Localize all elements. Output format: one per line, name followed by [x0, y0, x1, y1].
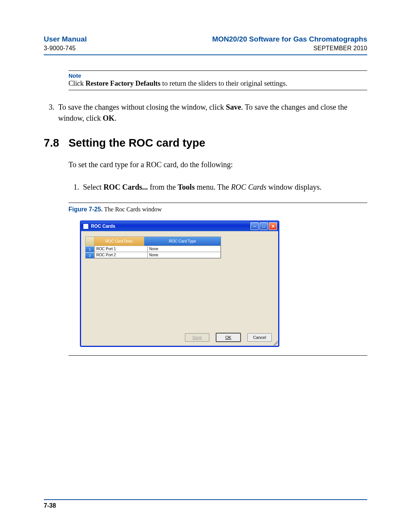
ok-button[interactable]: OK — [216, 333, 241, 342]
window-title: ROC Cards — [91, 224, 250, 229]
row-number: 2 — [86, 252, 94, 258]
header-rule — [44, 54, 367, 55]
header-right-sub: SEPTEMBER 2010 — [212, 44, 367, 53]
figure-label: Figure 7-25. — [68, 206, 103, 212]
section-title: Setting the ROC card type — [68, 137, 205, 149]
table-row[interactable]: 1 ROC Port 1 None — [86, 246, 221, 252]
column-header-desc[interactable]: ROC Card Desc — [94, 237, 144, 246]
note-label: Note — [68, 72, 367, 79]
cell-desc[interactable]: ROC Port 1 — [94, 246, 148, 252]
step-list: 1. Select ROC Cards... from the Tools me… — [68, 182, 367, 193]
note-text-post: to return the sliders to their original … — [161, 80, 287, 87]
figure-caption-text: The Roc Cards window — [103, 206, 162, 212]
cell-desc[interactable]: ROC Port 2 — [94, 252, 148, 258]
note-top-rule — [68, 70, 367, 71]
note-block: Note Click Restore Factory Defaults to r… — [68, 70, 367, 90]
step-1-number: 1. — [68, 182, 79, 193]
maximize-button[interactable]: □ — [260, 222, 268, 230]
step-1: 1. Select ROC Cards... from the Tools me… — [68, 182, 367, 193]
roc-cards-window: ROC Cards – □ ✕ ROC Card Desc ROC Card T… — [80, 220, 279, 347]
save-button: Save — [185, 333, 209, 342]
note-text-pre: Click — [68, 80, 86, 87]
grid-corner[interactable] — [86, 237, 94, 246]
row-number: 1 — [86, 246, 94, 252]
section-heading: 7.8 Setting the ROC card type — [44, 137, 367, 149]
step-3: 3. To save the changes without closing t… — [44, 102, 367, 124]
grid-empty-area — [85, 259, 274, 331]
step-list-continued: 3. To save the changes without closing t… — [44, 102, 367, 124]
step-1-text: Select ROC Cards... from the Tools menu.… — [83, 182, 367, 193]
footer-rule — [44, 499, 367, 500]
section-number: 7.8 — [44, 137, 68, 149]
page-number: 7-38 — [44, 502, 367, 509]
header-right-title: MON20/20 Software for Gas Chromatographs — [212, 34, 367, 44]
minimize-button[interactable]: – — [250, 222, 259, 230]
header-left-title: User Manual — [44, 34, 87, 44]
note-bold: Restore Factory Defaults — [86, 80, 161, 87]
table-row[interactable]: 2 ROC Port 2 None — [86, 252, 221, 258]
resize-grip-icon[interactable] — [273, 341, 278, 345]
note-bottom-rule — [68, 90, 367, 90]
window-icon — [83, 224, 89, 229]
close-button[interactable]: ✕ — [269, 222, 277, 230]
section-intro: To set the card type for a ROC card, do … — [68, 159, 367, 170]
page-header: User Manual 3-9000-745 MON20/20 Software… — [44, 34, 367, 52]
window-titlebar[interactable]: ROC Cards – □ ✕ — [81, 221, 279, 231]
cell-type[interactable]: None — [148, 252, 221, 258]
figure-caption: Figure 7-25. The Roc Cards window — [68, 206, 367, 213]
figure-top-rule — [68, 203, 367, 203]
roc-grid[interactable]: ROC Card Desc ROC Card Type 1 ROC Port 1… — [85, 236, 221, 259]
step-3-number: 3. — [44, 102, 54, 124]
step-3-text: To save the changes without closing the … — [58, 102, 367, 124]
column-header-type[interactable]: ROC Card Type — [144, 237, 221, 246]
cell-type[interactable]: None — [148, 246, 221, 252]
note-body: Click Restore Factory Defaults to return… — [68, 80, 367, 88]
figure-bottom-rule — [68, 355, 367, 356]
header-left-sub: 3-9000-745 — [44, 44, 87, 53]
cancel-button[interactable]: Cancel — [247, 333, 272, 342]
